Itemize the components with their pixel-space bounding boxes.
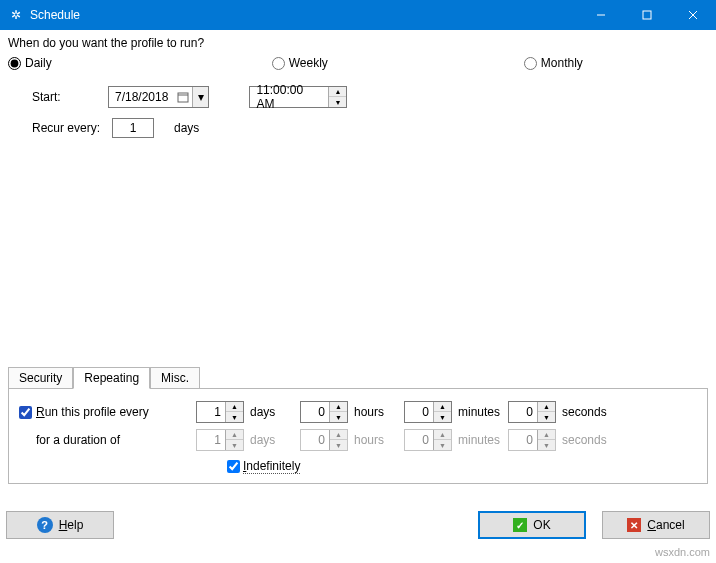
calendar-icon	[176, 90, 190, 104]
unit-days: days	[244, 405, 300, 419]
radio-weekly-label[interactable]: Weekly	[289, 56, 328, 70]
unit-seconds-disabled: seconds	[556, 433, 612, 447]
tab-strip: Security Repeating Misc.	[8, 366, 708, 388]
every-hours-field[interactable]: 0 ▲▼	[300, 401, 348, 423]
repeating-panel: Run this profile every 1 ▲▼ days 0 ▲▼ ho…	[8, 388, 708, 484]
recur-every-input[interactable]	[112, 118, 154, 138]
check-icon: ✓	[513, 518, 527, 532]
duration-label: for a duration of	[36, 433, 196, 447]
duration-seconds-field: 0 ▲▼	[508, 429, 556, 451]
duration-hours-field: 0 ▲▼	[300, 429, 348, 451]
time-spin-up[interactable]: ▲	[329, 87, 346, 97]
tab-security[interactable]: Security	[8, 367, 73, 389]
radio-monthly-label[interactable]: Monthly	[541, 56, 583, 70]
radio-daily-label[interactable]: Daily	[25, 56, 52, 70]
spin-up-icon[interactable]: ▲	[434, 402, 451, 412]
spin-down-icon: ▼	[538, 440, 555, 450]
watermark: wsxdn.com	[655, 546, 710, 558]
time-spinner[interactable]: ▲ ▼	[328, 87, 346, 107]
unit-minutes-disabled: minutes	[452, 433, 508, 447]
help-icon: ?	[37, 517, 53, 533]
run-profile-label: Run this profile every	[36, 405, 196, 419]
start-label: Start:	[32, 90, 102, 104]
ok-button[interactable]: ✓ OK	[478, 511, 586, 539]
spin-down-icon[interactable]: ▼	[226, 412, 243, 422]
spin-down-icon[interactable]: ▼	[538, 412, 555, 422]
app-icon: ✲	[8, 7, 24, 23]
indefinitely-label[interactable]: Indefinitely	[243, 459, 300, 474]
radio-weekly[interactable]	[272, 57, 285, 70]
duration-minutes-field: 0 ▲▼	[404, 429, 452, 451]
start-time-value: 11:00:00 AM	[250, 83, 328, 111]
indefinitely-checkbox[interactable]	[227, 460, 240, 473]
unit-seconds: seconds	[556, 405, 612, 419]
run-profile-checkbox[interactable]	[19, 406, 32, 419]
time-spin-down[interactable]: ▼	[329, 97, 346, 107]
recur-unit-label: days	[174, 121, 199, 135]
every-minutes-field[interactable]: 0 ▲▼	[404, 401, 452, 423]
window-title: Schedule	[30, 8, 578, 22]
spin-down-icon[interactable]: ▼	[330, 412, 347, 422]
every-seconds-field[interactable]: 0 ▲▼	[508, 401, 556, 423]
spin-up-icon[interactable]: ▲	[226, 402, 243, 412]
spin-down-icon: ▼	[434, 440, 451, 450]
cancel-x-icon: ✕	[627, 518, 641, 532]
date-dropdown-button[interactable]: ▾	[192, 87, 208, 107]
ok-label: OK	[533, 518, 550, 532]
schedule-question: When do you want the profile to run?	[8, 36, 708, 50]
maximize-button[interactable]	[624, 0, 670, 30]
unit-days-disabled: days	[244, 433, 300, 447]
help-button[interactable]: ? Help	[6, 511, 114, 539]
spin-up-icon[interactable]: ▲	[538, 402, 555, 412]
radio-daily[interactable]	[8, 57, 21, 70]
radio-monthly[interactable]	[524, 57, 537, 70]
unit-hours-disabled: hours	[348, 433, 404, 447]
cancel-button[interactable]: ✕ Cancel	[602, 511, 710, 539]
spin-up-icon: ▲	[226, 430, 243, 440]
spin-down-icon[interactable]: ▼	[434, 412, 451, 422]
close-button[interactable]	[670, 0, 716, 30]
every-days-field[interactable]: 1 ▲▼	[196, 401, 244, 423]
minimize-button[interactable]	[578, 0, 624, 30]
title-bar: ✲ Schedule	[0, 0, 716, 30]
tab-misc[interactable]: Misc.	[150, 367, 200, 389]
period-radio-group: Daily Weekly Monthly	[8, 56, 708, 70]
unit-hours: hours	[348, 405, 404, 419]
spin-up-icon[interactable]: ▲	[330, 402, 347, 412]
start-time-field[interactable]: 11:00:00 AM ▲ ▼	[249, 86, 347, 108]
spin-down-icon: ▼	[330, 440, 347, 450]
start-date-value: 7/18/2018	[109, 90, 174, 104]
spin-up-icon: ▲	[330, 430, 347, 440]
spin-up-icon: ▲	[538, 430, 555, 440]
spin-down-icon: ▼	[226, 440, 243, 450]
spin-up-icon: ▲	[434, 430, 451, 440]
duration-days-field: 1 ▲▼	[196, 429, 244, 451]
unit-minutes: minutes	[452, 405, 508, 419]
recur-label: Recur every:	[32, 121, 112, 135]
start-date-picker[interactable]: 7/18/2018 ▾	[108, 86, 209, 108]
svg-rect-4	[178, 93, 188, 102]
tab-repeating[interactable]: Repeating	[73, 367, 150, 389]
svg-rect-1	[643, 11, 651, 19]
